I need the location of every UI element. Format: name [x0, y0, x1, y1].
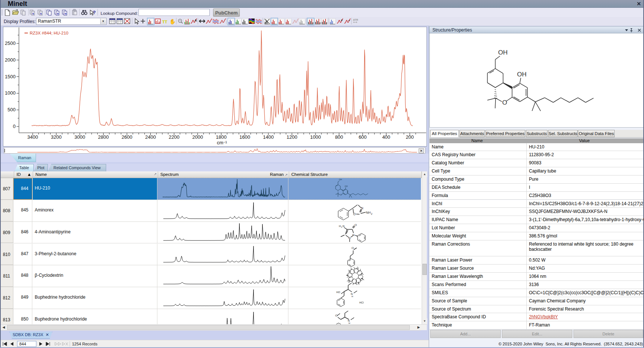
- svg-text:2200: 2200: [169, 134, 180, 140]
- svg-text:2800: 2800: [98, 134, 109, 140]
- svg-text:3200: 3200: [51, 134, 62, 140]
- svg-text:1800: 1800: [216, 134, 227, 140]
- svg-text:1400: 1400: [263, 134, 274, 140]
- svg-text:3000: 3000: [75, 134, 85, 140]
- svg-text:RZ3X #844; HU-210: RZ3X #844; HU-210: [30, 31, 68, 35]
- svg-text:cm−1: cm−1: [217, 140, 227, 145]
- svg-text:500: 500: [7, 107, 16, 112]
- svg-text:800: 800: [335, 134, 343, 140]
- svg-text:1500: 1500: [5, 74, 16, 79]
- svg-text:1000: 1000: [310, 134, 321, 140]
- svg-text:200: 200: [406, 134, 414, 140]
- svg-text:400: 400: [382, 134, 390, 140]
- svg-text:1200: 1200: [287, 134, 297, 140]
- svg-text:2400: 2400: [145, 134, 156, 140]
- svg-text:2500: 2500: [5, 40, 16, 46]
- svg-text:600: 600: [359, 134, 367, 140]
- svg-text:0: 0: [13, 124, 16, 129]
- svg-text:1600: 1600: [239, 134, 250, 140]
- svg-text:1000: 1000: [5, 90, 16, 96]
- svg-text:2600: 2600: [122, 134, 133, 140]
- svg-text:2000: 2000: [5, 57, 16, 63]
- svg-text:2000: 2000: [192, 134, 203, 140]
- svg-text:3400: 3400: [27, 134, 38, 140]
